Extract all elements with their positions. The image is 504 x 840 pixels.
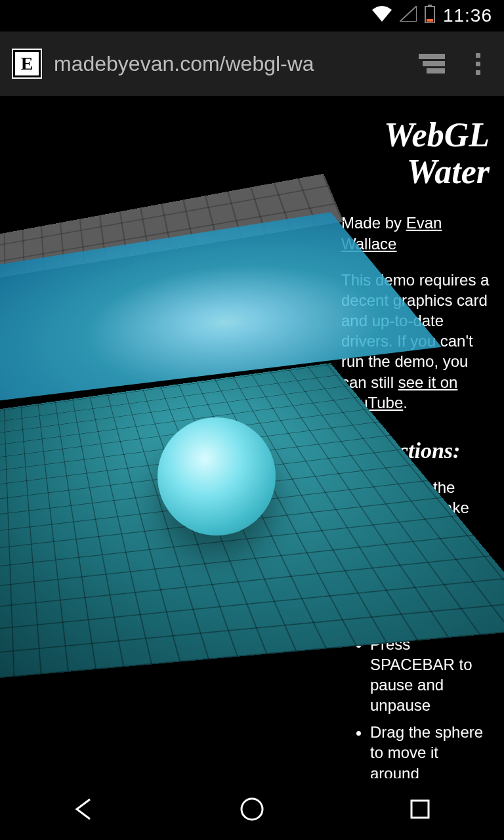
wifi-icon [372,5,392,26]
byline: Made by Evan Wallace [341,213,490,253]
pool-scene [0,227,322,686]
webgl-canvas[interactable] [0,96,335,778]
url-bar[interactable]: madebyevan.com/webgl-wa [54,52,406,76]
status-time: 11:36 [443,5,492,26]
svg-rect-4 [411,801,429,818]
recents-button[interactable] [404,793,436,826]
android-status-bar: 11:36 [0,0,504,32]
cell-signal-icon [400,5,417,26]
page-content: WebGL Water Made by Evan Wallace This de… [0,96,504,778]
sphere[interactable] [158,417,276,536]
list-item: Press SPACEBAR to pause and unpause [370,634,490,716]
svg-rect-2 [427,19,433,22]
home-button[interactable] [236,793,268,826]
battery-icon [425,5,435,28]
browser-toolbar: E madebyevan.com/webgl-wa [0,32,504,96]
svg-point-3 [242,799,262,820]
android-nav-bar [0,778,504,840]
tabs-icon[interactable] [419,54,445,74]
list-item: Drag the sphere to move it around [370,722,490,778]
page-title: WebGL Water [341,117,490,190]
back-button[interactable] [68,793,100,826]
overflow-menu-icon[interactable] [465,53,491,75]
site-favicon: E [13,50,41,77]
